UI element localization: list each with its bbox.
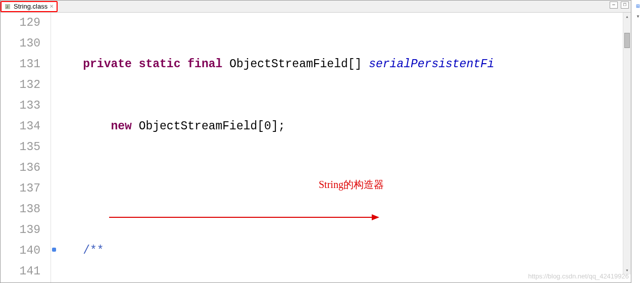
outline-view-icon[interactable]: ⊞	[634, 2, 642, 10]
close-icon[interactable]: ✕	[49, 4, 54, 9]
code-content[interactable]: private static final ObjectStreamField[]…	[51, 13, 631, 282]
window-controls: — □	[610, 2, 629, 9]
line-number: 130	[1, 33, 40, 54]
line-number: 138	[1, 199, 40, 220]
line-number: 140	[1, 241, 40, 261]
svg-marker-3	[372, 214, 379, 220]
annotation-underline	[109, 217, 311, 218]
code-line: private static final ObjectStreamField[]…	[51, 54, 631, 75]
line-number: 139	[1, 220, 40, 241]
tab-bar: J String.class ✕ — □	[1, 1, 631, 13]
line-number: 132	[1, 75, 40, 96]
line-number: 137	[1, 178, 40, 199]
editor-container: J String.class ✕ — □ 129 130 131 132 133…	[0, 0, 631, 283]
class-file-icon: J	[5, 3, 12, 10]
right-toolbar: ⊞ ▾	[632, 0, 644, 20]
line-number: 136	[1, 158, 40, 178]
watermark: https://blog.csdn.net/qq_42419926	[528, 272, 629, 280]
line-number: 129	[1, 13, 40, 33]
code-line: /**	[51, 241, 631, 261]
code-line: new ObjectStreamField[0];	[51, 116, 631, 137]
chevron-down-icon[interactable]: ▾	[634, 12, 642, 20]
line-number: 131	[1, 54, 40, 75]
line-number: 133	[1, 96, 40, 116]
line-number: 134	[1, 116, 40, 137]
scroll-thumb[interactable]	[624, 33, 630, 48]
line-number-gutter: 129 130 131 132 133 134 135 136 137 138 …	[1, 13, 51, 282]
minimize-button[interactable]: —	[610, 2, 618, 9]
marker-icon	[52, 248, 56, 252]
editor-tab[interactable]: J String.class ✕	[1, 1, 58, 12]
annotation-arrow-icon	[309, 212, 379, 222]
maximize-button[interactable]: □	[621, 2, 629, 9]
code-line	[51, 178, 631, 199]
code-area[interactable]: 129 130 131 132 133 134 135 136 137 138 …	[1, 13, 631, 282]
tab-filename: String.class	[14, 3, 47, 10]
vertical-scrollbar[interactable]: ▴ ▾	[623, 13, 631, 274]
line-number: 135	[1, 137, 40, 158]
scroll-up-icon[interactable]: ▴	[623, 13, 631, 21]
line-number: 141	[1, 261, 40, 282]
svg-text:J: J	[6, 5, 8, 9]
